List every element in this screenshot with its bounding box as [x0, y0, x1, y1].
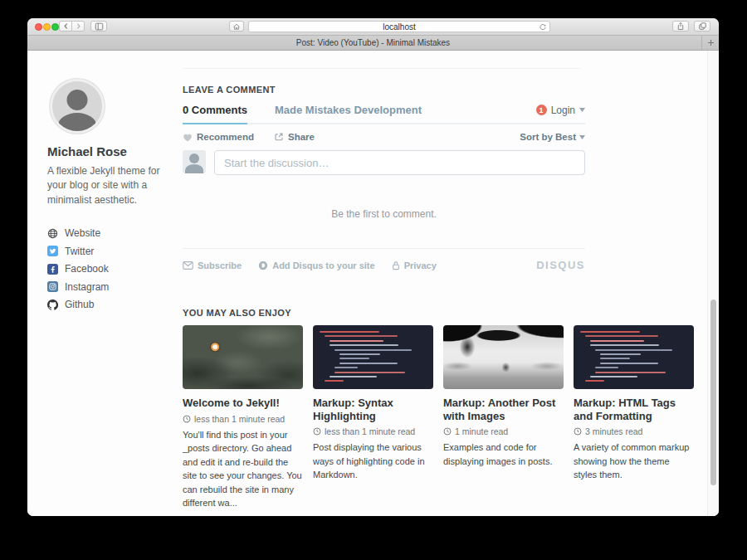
community-link[interactable]: Made Mistakes Development: [275, 104, 422, 116]
code-screenshot-thumbnail[interactable]: [574, 325, 694, 389]
new-tab-button[interactable]: [701, 36, 719, 50]
related-card: Markup: HTML Tags and Formatting 3 minut…: [574, 325, 694, 510]
author-link-facebook[interactable]: Facebook: [47, 263, 173, 275]
disqus-brand-link[interactable]: DISQUS: [536, 259, 585, 271]
share-button[interactable]: [672, 21, 689, 32]
comment-field-wrap: [214, 150, 585, 175]
disqus-logo-icon: [258, 261, 268, 270]
empty-comments-message: Be the first to comment.: [183, 208, 585, 220]
related-post-title[interactable]: Markup: HTML Tags and Formatting: [574, 397, 694, 422]
author-links: Website Twitter Facebook Instagram Githu…: [47, 227, 173, 310]
clock-icon: [574, 427, 582, 436]
fog-photo-thumbnail[interactable]: [443, 325, 564, 389]
comments-section: LEAVE A COMMENT 0 Comments Made Mistakes…: [183, 85, 585, 271]
read-time: less than 1 minute read: [194, 414, 285, 424]
post-excerpt: Examples and code for displaying images …: [443, 441, 564, 468]
facebook-icon: [47, 264, 58, 275]
back-button[interactable]: [59, 21, 72, 32]
chevron-left-icon: [62, 22, 70, 30]
close-window-button[interactable]: [35, 23, 42, 31]
privacy-link[interactable]: Privacy: [392, 261, 437, 270]
twitter-icon: [47, 246, 58, 256]
sort-by-best-dropdown[interactable]: Sort by Best: [520, 132, 585, 142]
forward-button[interactable]: [71, 21, 85, 32]
globe-icon: [47, 228, 58, 239]
subscribe-link[interactable]: Subscribe: [183, 261, 242, 270]
section-divider: [183, 68, 581, 69]
scrollbar-track: [707, 51, 719, 516]
zoom-window-button[interactable]: [51, 23, 59, 31]
browser-toolbar: localhost: [27, 18, 719, 36]
show-tabs-button[interactable]: [694, 21, 710, 32]
share-arrow-icon: [274, 132, 284, 142]
caret-down-icon: [579, 135, 585, 139]
clock-icon: [313, 427, 321, 436]
related-heading: YOU MAY ALSO ENJOY: [183, 308, 696, 318]
tab-post-video-youtube[interactable]: Post: Video (YouTube) - Minimal Mistakes: [296, 38, 450, 47]
browser-window: localhost Post: Video (YouTube) - Minima…: [27, 18, 719, 516]
scrollbar-thumb[interactable]: [710, 299, 716, 485]
login-control[interactable]: 1 Login: [536, 105, 585, 116]
related-card: Markup: Syntax Highlighting less than 1 …: [313, 325, 433, 510]
post-excerpt: A variety of common markup showing how t…: [574, 441, 694, 482]
read-time: less than 1 minute read: [325, 426, 415, 436]
author-name: Michael Rose: [47, 144, 173, 158]
clock-icon: [443, 427, 452, 436]
github-icon: [47, 299, 58, 310]
comment-input[interactable]: [214, 150, 585, 175]
code-screenshot-thumbnail[interactable]: [313, 325, 433, 389]
minimize-window-button[interactable]: [43, 23, 51, 31]
related-posts-section: YOU MAY ALSO ENJOY Welcome to Jekyll! le…: [183, 308, 696, 510]
comments-heading: LEAVE A COMMENT: [183, 85, 585, 95]
post-excerpt: You'll find this post in your _posts dir…: [183, 428, 303, 510]
add-disqus-link[interactable]: Add Disqus to your site: [258, 261, 374, 270]
chevron-right-icon: [75, 22, 82, 30]
author-profile: Michael Rose A flexible Jekyll theme for…: [47, 79, 173, 317]
login-label: Login: [551, 105, 575, 116]
author-link-twitter[interactable]: Twitter: [47, 246, 173, 257]
author-avatar: [50, 79, 105, 134]
disqus-footer: Subscribe Add Disqus to your site Privac…: [183, 259, 585, 271]
tab-bar: Post: Video (YouTube) - Minimal Mistakes: [27, 36, 719, 51]
refresh-icon: [539, 23, 547, 32]
refresh-button[interactable]: [539, 23, 547, 32]
divider: [183, 248, 585, 249]
post-excerpt: Post displaying the various ways of high…: [313, 441, 433, 482]
home-button[interactable]: [229, 21, 244, 32]
moss-photo-thumbnail[interactable]: [183, 325, 303, 389]
share-icon: [676, 22, 685, 31]
caret-down-icon: [579, 108, 585, 112]
home-icon: [232, 22, 241, 31]
related-post-title[interactable]: Markup: Syntax Highlighting: [313, 397, 433, 422]
author-link-website[interactable]: Website: [47, 227, 173, 239]
tabs-icon: [698, 22, 707, 31]
related-card: Markup: Another Post with Images 1 minut…: [443, 325, 564, 510]
envelope-icon: [183, 261, 193, 270]
related-card: Welcome to Jekyll! less than 1 minute re…: [183, 325, 303, 510]
comment-compose: [183, 150, 585, 175]
lock-icon: [392, 261, 400, 270]
disqus-tab-row: 0 Comments Made Mistakes Development 1 L…: [183, 104, 585, 124]
author-link-github[interactable]: Github: [47, 299, 173, 310]
related-post-title[interactable]: Markup: Another Post with Images: [443, 397, 564, 422]
related-cards: Welcome to Jekyll! less than 1 minute re…: [183, 325, 696, 510]
clock-icon: [183, 415, 191, 423]
author-bio: A flexible Jekyll theme for your blog or…: [47, 164, 160, 207]
share-comments-button[interactable]: Share: [274, 132, 315, 142]
notification-badge: 1: [536, 105, 547, 115]
recommend-button[interactable]: Recommend: [183, 132, 254, 142]
page-content: Michael Rose A flexible Jekyll theme for…: [27, 51, 719, 516]
tab-comment-count[interactable]: 0 Comments: [183, 104, 247, 116]
sidebar-icon: [95, 22, 104, 31]
read-time: 1 minute read: [455, 426, 508, 436]
disqus-action-row: Recommend Share Sort by Best: [183, 124, 585, 150]
url-text: localhost: [383, 22, 415, 32]
plus-icon: [707, 39, 715, 46]
address-bar[interactable]: localhost: [248, 21, 550, 32]
sidebar-toggle-button[interactable]: [90, 21, 107, 32]
related-post-title[interactable]: Welcome to Jekyll!: [183, 397, 303, 410]
guest-avatar: [183, 150, 206, 173]
avatar-silhouette: [67, 90, 88, 110]
instagram-icon: [47, 281, 58, 292]
author-link-instagram[interactable]: Instagram: [47, 281, 173, 293]
